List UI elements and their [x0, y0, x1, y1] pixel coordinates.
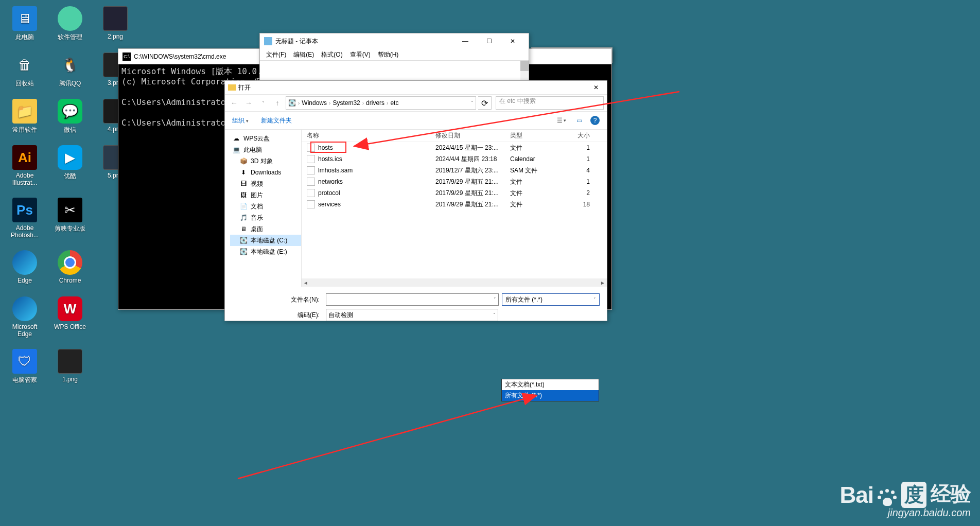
desktop-icon-thispc[interactable]: 🖥此电脑: [6, 6, 43, 42]
search-input[interactable]: 在 etc 中搜索: [496, 96, 604, 110]
file-row[interactable]: hosts2024/4/15 星期一 23:...文件1: [302, 142, 607, 153]
nav-forward-button[interactable]: →: [242, 97, 255, 109]
sidebar-item[interactable]: ⬇Downloads: [230, 167, 301, 178]
icon-label: 腾讯QQ: [59, 80, 81, 87]
cmd-title-text: C:\WINDOWS\system32\cmd.exe: [134, 53, 226, 60]
filter-option-all[interactable]: 所有文件 (*.*): [502, 390, 599, 401]
file-row[interactable]: networks2017/9/29 星期五 21:...文件1: [302, 176, 607, 187]
sidebar-item[interactable]: 🎵音乐: [230, 212, 301, 223]
desktop-icon-softmgr[interactable]: 软件管理: [51, 6, 89, 42]
desktop-icon-1png[interactable]: 1.png: [51, 349, 89, 383]
col-type[interactable]: 类型: [510, 131, 569, 140]
desktop-icon-wps[interactable]: WWPS Office: [51, 296, 89, 330]
sidebar-item[interactable]: 💽本地磁盘 (E:): [230, 246, 301, 257]
sidebar-item-label: 本地磁盘 (E:): [251, 248, 287, 256]
desktop-icon-qq[interactable]: 🐧腾讯QQ: [51, 52, 89, 88]
preview-pane-button[interactable]: ▭: [574, 116, 584, 125]
filetype-filter[interactable]: 所有文件 (*.*)˅: [502, 293, 600, 306]
sidebar-item[interactable]: ☁WPS云盘: [230, 133, 301, 144]
breadcrumb-dropdown[interactable]: ˅: [471, 100, 474, 106]
file-pane: 名称 修改日期 类型 大小 hosts2024/4/15 星期一 23:...文…: [301, 130, 607, 287]
file-size: 1: [569, 178, 596, 185]
desktop-icon-msedge[interactable]: Microsoft Edge: [6, 296, 43, 338]
file-icon: [307, 144, 315, 152]
sidebar-item-label: 此电脑: [243, 146, 262, 154]
desktop-icon-2png[interactable]: 2.png: [97, 6, 134, 40]
menu-view[interactable]: 查看(V): [348, 49, 373, 60]
dialog-title-text: 打开: [238, 83, 251, 92]
crumb-system32[interactable]: System32›: [332, 99, 364, 107]
desktop-icon-chrome[interactable]: Chrome: [51, 250, 89, 284]
file-icon: [307, 155, 315, 163]
crumb-windows[interactable]: Windows›: [302, 99, 330, 107]
sidebar-item[interactable]: 💽本地磁盘 (C:): [230, 235, 301, 246]
file-list[interactable]: hosts2024/4/15 星期一 23:...文件1hosts.ics202…: [302, 142, 607, 278]
file-icon: [307, 166, 315, 174]
nav-up-button[interactable]: ↑: [271, 97, 284, 109]
file-date: 2024/4/4 星期四 23:18: [435, 155, 510, 164]
horizontal-scrollbar[interactable]: ◄►: [302, 278, 607, 287]
sidebar-item-label: 文档: [251, 202, 263, 211]
file-name: services: [318, 201, 341, 208]
maximize-button[interactable]: ☐: [477, 33, 501, 49]
crumb-drivers[interactable]: drivers›: [366, 99, 388, 107]
nav-recent-button[interactable]: ˅: [257, 97, 269, 109]
sidebar-item-label: 音乐: [251, 214, 263, 222]
notepad-titlebar[interactable]: 无标题 - 记事本 — ☐ ✕: [260, 33, 529, 49]
menu-help[interactable]: 帮助(H): [376, 49, 401, 60]
file-name: networks: [318, 178, 343, 185]
desktop-icon-jianying[interactable]: ✂剪映专业版: [51, 198, 89, 233]
close-button[interactable]: ✕: [501, 33, 524, 49]
organize-menu[interactable]: 组织 ▾: [232, 116, 249, 125]
icon-label: Adobe Illustrat...: [12, 172, 38, 186]
file-row[interactable]: services2017/9/29 星期五 21:...文件18: [302, 199, 607, 210]
desktop-icon-software[interactable]: 📁常用软件: [6, 99, 43, 134]
sidebar-item[interactable]: 💻此电脑: [230, 144, 301, 155]
desktop-icon-youku[interactable]: ▶优酷: [51, 145, 89, 181]
menu-edit[interactable]: 编辑(E): [291, 49, 316, 60]
icon-label: 此电脑: [15, 33, 34, 41]
minimize-button[interactable]: —: [453, 33, 477, 49]
file-row[interactable]: hosts.ics2024/4/4 星期四 23:18Calendar1: [302, 153, 607, 165]
file-row[interactable]: lmhosts.sam2019/12/7 星期六 23:...SAM 文件4: [302, 165, 607, 176]
refresh-button[interactable]: ⟳: [478, 96, 492, 110]
sidebar-item[interactable]: 🎞视频: [230, 178, 301, 189]
dialog-titlebar[interactable]: 打开 ✕: [225, 81, 607, 94]
notepad-scrollbar[interactable]: [520, 61, 529, 80]
desktop-icon-illustrator[interactable]: AiAdobe Illustrat...: [6, 145, 43, 186]
sidebar-item[interactable]: 📄文档: [230, 201, 301, 212]
help-button[interactable]: ?: [590, 116, 600, 125]
desktop-icon-edge[interactable]: Edge: [6, 250, 43, 284]
col-size[interactable]: 大小: [569, 131, 596, 140]
menu-format[interactable]: 格式(O): [319, 49, 344, 60]
dialog-toolbar: 组织 ▾ 新建文件夹 ☰ ▾ ▭ ?: [225, 112, 607, 129]
desktop-icon-photoshop[interactable]: PsAdobe Photosh...: [6, 198, 43, 239]
sidebar-item[interactable]: 📦3D 对象: [230, 155, 301, 167]
watermark-brand3: 经验: [931, 480, 971, 508]
file-date: 2024/4/15 星期一 23:...: [435, 144, 510, 152]
col-date[interactable]: 修改日期: [435, 131, 510, 140]
encoding-select[interactable]: 自动检测˅: [326, 309, 498, 321]
filename-input[interactable]: ˅: [326, 293, 499, 306]
file-row[interactable]: protocol2017/9/29 星期五 21:...文件2: [302, 187, 607, 199]
filter-value-text: 所有文件 (*.*): [505, 295, 542, 304]
menu-file[interactable]: 文件(F): [264, 49, 288, 60]
file-icon: [307, 200, 315, 208]
search-placeholder: 在 etc 中搜索: [499, 97, 536, 104]
sidebar-item-icon: 📦: [239, 157, 248, 165]
desktop-icon-pcmgr[interactable]: 🛡电脑管家: [6, 349, 43, 384]
col-name[interactable]: 名称: [307, 131, 435, 140]
notepad-textarea[interactable]: [260, 60, 529, 80]
desktop-icon-recyclebin[interactable]: 🗑回收站: [6, 52, 43, 88]
sidebar-item[interactable]: 🖼图片: [230, 189, 301, 201]
nav-back-button[interactable]: ←: [228, 97, 240, 109]
watermark-brand1: Bai: [840, 482, 873, 508]
breadcrumb[interactable]: 💽 › Windows› System32› drivers› etc ˅: [286, 96, 476, 110]
view-mode-button[interactable]: ☰ ▾: [555, 116, 568, 125]
newfolder-button[interactable]: 新建文件夹: [261, 116, 292, 125]
close-button[interactable]: ✕: [588, 84, 604, 91]
sidebar-item[interactable]: 🖥桌面: [230, 223, 301, 235]
desktop-icon-wechat[interactable]: 💬微信: [51, 99, 89, 134]
crumb-etc[interactable]: etc: [390, 99, 398, 107]
filter-option-txt[interactable]: 文本文档(*.txt): [502, 379, 599, 390]
